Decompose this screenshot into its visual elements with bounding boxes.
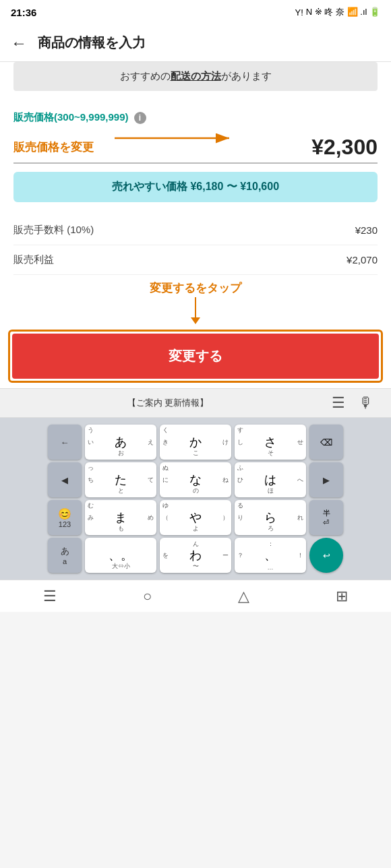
change-button[interactable]: 変更する xyxy=(12,334,379,379)
key-hiragana-abc[interactable]: あa xyxy=(48,538,82,573)
bottom-nav: ☰ ○ △ ⊞ xyxy=(0,580,391,612)
status-time: 21:36 xyxy=(11,7,36,18)
keyboard-row-2: ◀ っ た と ち て ぬ な の に ね ふ は ほ ひ へ xyxy=(4,462,387,497)
page-title: 商品の情報を入力 xyxy=(38,34,146,52)
key-na[interactable]: ぬ な の に ね xyxy=(160,462,231,497)
button-annotation: 変更するをタップ xyxy=(0,280,391,296)
recommendation-banner: おすすめの配送の方法があります xyxy=(13,62,378,91)
key-left-arrow[interactable]: ◀ xyxy=(48,462,82,497)
keyboard-row-4: あa 、。 大⇔小 ん わ 〜 を ー ： 、 … ？ ！ ↩ xyxy=(4,538,387,573)
fee-row-commission: 販売手数料 (10%) ¥230 xyxy=(13,216,378,245)
profit-value: ¥2,070 xyxy=(347,254,378,266)
key-a[interactable]: う あ お い え xyxy=(85,425,156,460)
key-delete[interactable]: ⌫ xyxy=(309,425,343,460)
nav-back-icon[interactable]: △ xyxy=(238,588,249,605)
keyboard-row-3: 😊123 む ま も み め ゆ や よ （ ） る ら ろ り れ xyxy=(4,500,387,535)
fee-row-profit: 販売利益 ¥2,070 xyxy=(13,245,378,275)
status-bar: 21:36 Y! N ※ 咚 奈 📶 .ıl 🔋 xyxy=(0,0,391,24)
nav-menu-icon[interactable]: ☰ xyxy=(43,588,57,605)
key-enter[interactable]: ↩ xyxy=(309,538,343,573)
main-content: おすすめの配送の方法があります 販売価格(300~9,999,999) i 販売… xyxy=(0,62,391,612)
arrow-line xyxy=(195,297,196,317)
price-section: 販売価格(300~9,999,999) i xyxy=(0,104,391,124)
recommendation-text: おすすめの配送の方法があります xyxy=(120,70,272,82)
key-ya[interactable]: ゆ や よ （ ） xyxy=(160,500,231,535)
key-emoji-123[interactable]: 😊123 xyxy=(48,500,82,535)
vertical-arrow xyxy=(0,297,391,324)
nav-home-icon[interactable]: ○ xyxy=(143,588,152,605)
header: ← 商品の情報を入力 xyxy=(0,24,391,62)
price-change-annotation: 販売価格を変更 xyxy=(13,140,94,155)
recommended-price: 売れやすい価格 ¥6,180 〜 ¥10,600 xyxy=(13,172,378,202)
key-ta[interactable]: っ た と ち て xyxy=(85,462,156,497)
key-sa[interactable]: す さ そ し せ xyxy=(235,425,306,460)
key-wa[interactable]: ん わ 〜 を ー xyxy=(160,538,231,573)
status-icons: Y! N ※ 咚 奈 📶 .ıl 🔋 xyxy=(295,6,380,18)
keyboard: ← う あ お い え く か こ き け す さ そ し せ xyxy=(0,418,391,580)
key-punctuation[interactable]: 、。 大⇔小 xyxy=(85,538,156,573)
change-button-wrapper: 変更する xyxy=(8,330,383,383)
key-ha[interactable]: ふ は ほ ひ へ xyxy=(235,462,306,497)
key-ra[interactable]: る ら ろ り れ xyxy=(235,500,306,535)
price-label-text: 販売価格(300~9,999,999) xyxy=(13,111,129,124)
commission-value: ¥230 xyxy=(355,224,378,236)
arrow-head xyxy=(191,317,200,324)
key-backspace-nav[interactable]: ← xyxy=(48,425,82,460)
toolbar-row: 【ご案内 更新情報】 ☰ 🎙 xyxy=(0,388,391,418)
key-symbols[interactable]: ： 、 … ？ ！ xyxy=(235,538,306,573)
price-row-container: 販売価格を変更 ¥2,300 xyxy=(0,135,391,160)
info-icon[interactable]: i xyxy=(134,112,146,124)
nav-apps-icon[interactable]: ⊞ xyxy=(336,588,348,605)
yahoo-icon: Y! xyxy=(295,7,303,18)
price-label: 販売価格(300~9,999,999) i xyxy=(13,111,378,124)
commission-label: 販売手数料 (10%) xyxy=(13,224,94,237)
fee-rows: 販売手数料 (10%) ¥230 販売利益 ¥2,070 xyxy=(0,216,391,275)
keyboard-row-1: ← う あ お い え く か こ き け す さ そ し せ xyxy=(4,425,387,460)
price-underline xyxy=(13,162,378,164)
toolbar-mic-icon[interactable]: 🎙 xyxy=(352,394,380,412)
key-right-arrow[interactable]: ▶ xyxy=(309,462,343,497)
toolbar-menu-icon[interactable]: ☰ xyxy=(325,394,352,412)
signal-icons: N ※ 咚 奈 📶 .ıl 🔋 xyxy=(306,6,380,18)
key-ka[interactable]: く か こ き け xyxy=(160,425,231,460)
toolbar-info: 【ご案内 更新情報】 xyxy=(11,397,325,409)
key-ma[interactable]: む ま も み め xyxy=(85,500,156,535)
profit-label: 販売利益 xyxy=(13,253,54,266)
key-half-return[interactable]: 半⏎ xyxy=(309,500,343,535)
current-price[interactable]: ¥2,300 xyxy=(311,135,378,160)
back-button[interactable]: ← xyxy=(11,34,27,53)
